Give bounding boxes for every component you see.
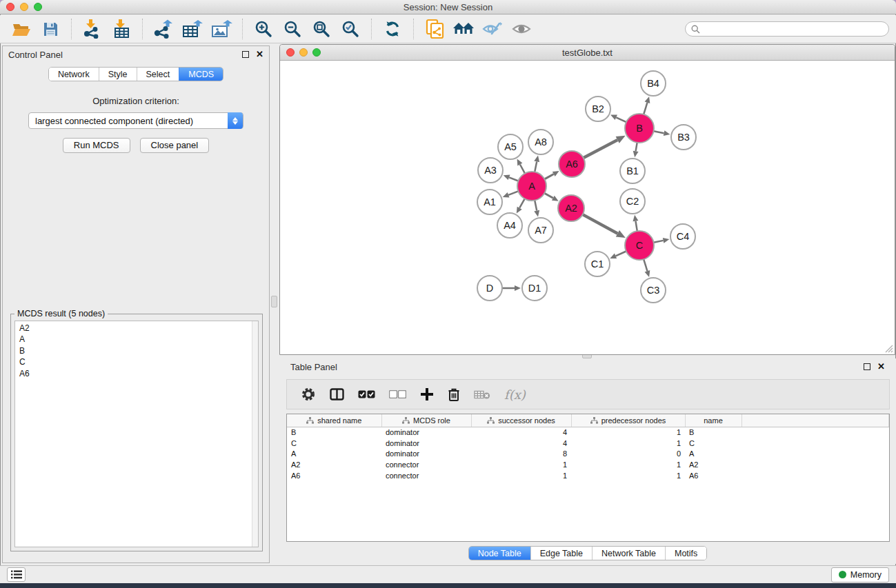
tab-edge-table[interactable]: Edge Table	[530, 547, 592, 560]
import-table-icon[interactable]	[110, 18, 133, 40]
graph-node-B4[interactable]: B4	[641, 71, 666, 96]
run-mcds-button[interactable]: Run MCDS	[63, 138, 130, 153]
search-box[interactable]	[685, 21, 889, 37]
network-window-titlebar[interactable]: testGlobe.txt	[280, 45, 895, 61]
graph-edge[interactable]	[544, 193, 553, 198]
network-canvas[interactable]: B4B2BB3A5A8A6A3B1AA1C2A2A4A7CC4C1C3DD1	[281, 61, 894, 354]
graph-edge[interactable]	[636, 221, 637, 232]
tab-select[interactable]: Select	[137, 68, 179, 81]
delete-column-icon[interactable]	[448, 383, 460, 406]
close-panel-icon[interactable]: ✕	[256, 51, 263, 58]
tab-motifs[interactable]: Motifs	[665, 547, 706, 560]
graph-edge[interactable]	[636, 143, 637, 152]
result-item[interactable]: A	[19, 334, 258, 345]
memory-button[interactable]: Memory	[831, 567, 889, 582]
home-icon[interactable]	[452, 18, 475, 40]
function-builder-icon[interactable]: f(x)	[504, 383, 526, 406]
tab-network-table[interactable]: Network Table	[592, 547, 665, 560]
column-header[interactable]: MCDS role	[381, 414, 471, 427]
result-item[interactable]: A6	[19, 368, 258, 379]
graph-node-C3[interactable]: C3	[641, 278, 666, 303]
deselect-all-icon[interactable]	[389, 383, 406, 406]
graph-edge[interactable]	[644, 103, 647, 114]
result-item[interactable]: C	[19, 356, 258, 367]
open-session-icon[interactable]	[10, 18, 33, 40]
graph-edge[interactable]	[654, 131, 664, 133]
delete-table-icon[interactable]	[474, 383, 490, 406]
refresh-layout-icon[interactable]	[381, 18, 404, 40]
graph-node-C1[interactable]: C1	[585, 252, 610, 276]
graph-node-B3[interactable]: B3	[671, 125, 696, 150]
graph-edge[interactable]	[616, 117, 626, 122]
graph-node-D[interactable]: D	[477, 276, 502, 301]
graph-edge[interactable]	[544, 174, 553, 179]
graph-node-D1[interactable]: D1	[522, 276, 547, 301]
table-row[interactable]: Bdominator41B	[287, 427, 889, 438]
result-scrollbar[interactable]	[252, 321, 258, 547]
table-body[interactable]: Bdominator41BCdominator41CAdominator80AA…	[287, 427, 889, 480]
copy-network-icon[interactable]	[423, 18, 446, 40]
graph-edge[interactable]	[616, 252, 626, 256]
column-header[interactable]: shared name	[287, 414, 381, 427]
minimize-window-icon[interactable]	[20, 3, 28, 11]
graph-edge[interactable]	[519, 199, 525, 207]
graph-node-A4[interactable]: A4	[497, 213, 522, 238]
result-item[interactable]: A2	[19, 323, 258, 334]
float-table-panel-icon[interactable]	[864, 363, 870, 370]
table-settings-icon[interactable]	[301, 383, 316, 406]
graph-node-A8[interactable]: A8	[528, 130, 553, 154]
tab-mcds[interactable]: MCDS	[179, 68, 223, 81]
import-network-icon[interactable]	[81, 18, 104, 40]
column-header[interactable]: name	[685, 414, 741, 427]
zoom-in-icon[interactable]	[252, 18, 275, 40]
float-panel-icon[interactable]	[242, 51, 249, 58]
graph-edge[interactable]	[508, 191, 518, 194]
graph-node-C2[interactable]: C2	[620, 189, 645, 214]
task-history-button[interactable]	[7, 567, 26, 582]
tab-network[interactable]: Network	[49, 68, 99, 81]
graph-node-A[interactable]: A	[517, 172, 546, 201]
network-maximize-icon[interactable]	[312, 48, 321, 57]
graph-node-C[interactable]: C	[625, 231, 654, 260]
graph-edge[interactable]	[583, 214, 618, 234]
result-item[interactable]: B	[19, 345, 258, 356]
column-header[interactable]: successor nodes	[471, 414, 571, 427]
graph-node-A3[interactable]: A3	[478, 158, 503, 183]
graph-node-A7[interactable]: A7	[528, 218, 553, 243]
graph-edge[interactable]	[644, 259, 647, 271]
table-row[interactable]: A6connector11A6	[287, 470, 889, 481]
graph-node-B[interactable]: B	[625, 114, 654, 143]
network-minimize-icon[interactable]	[299, 48, 308, 57]
graph-node-C4[interactable]: C4	[670, 224, 695, 249]
hide-annotations-icon[interactable]	[481, 18, 504, 40]
export-image-icon[interactable]	[210, 18, 233, 40]
table-row[interactable]: Cdominator41C	[287, 438, 889, 449]
zoom-selected-icon[interactable]	[339, 18, 362, 40]
zoom-out-icon[interactable]	[281, 18, 304, 40]
graph-node-B1[interactable]: B1	[620, 159, 645, 183]
criterion-select[interactable]: largest connected component (directed)	[28, 112, 243, 129]
tab-style[interactable]: Style	[99, 68, 137, 81]
graph-node-A5[interactable]: A5	[498, 134, 523, 159]
graph-edge[interactable]	[654, 241, 664, 243]
mcds-result-list[interactable]: A2ABCA6	[14, 321, 259, 547]
tab-node-table[interactable]: Node Table	[469, 547, 530, 560]
graph-node-B2[interactable]: B2	[586, 97, 610, 121]
graph-node-A1[interactable]: A1	[477, 190, 502, 214]
close-table-panel-icon[interactable]: ✕	[877, 363, 885, 370]
node-table[interactable]: shared nameMCDS rolesuccessor nodesprede…	[286, 414, 890, 542]
column-header[interactable]: predecessor nodes	[571, 414, 685, 427]
search-input[interactable]	[704, 24, 883, 34]
export-table-icon[interactable]	[181, 18, 204, 40]
resize-grip-icon[interactable]	[884, 344, 893, 353]
maximize-window-icon[interactable]	[34, 3, 42, 11]
graph-edge[interactable]	[520, 165, 525, 174]
vertical-split-handle[interactable]	[271, 296, 277, 307]
table-header-row[interactable]: shared nameMCDS rolesuccessor nodesprede…	[287, 414, 889, 427]
select-all-icon[interactable]	[358, 383, 375, 406]
graph-node-A2[interactable]: A2	[558, 195, 584, 221]
save-session-icon[interactable]	[39, 18, 62, 40]
network-close-icon[interactable]	[286, 48, 295, 57]
graph-node-A6[interactable]: A6	[559, 151, 585, 177]
zoom-fit-icon[interactable]	[310, 18, 333, 40]
